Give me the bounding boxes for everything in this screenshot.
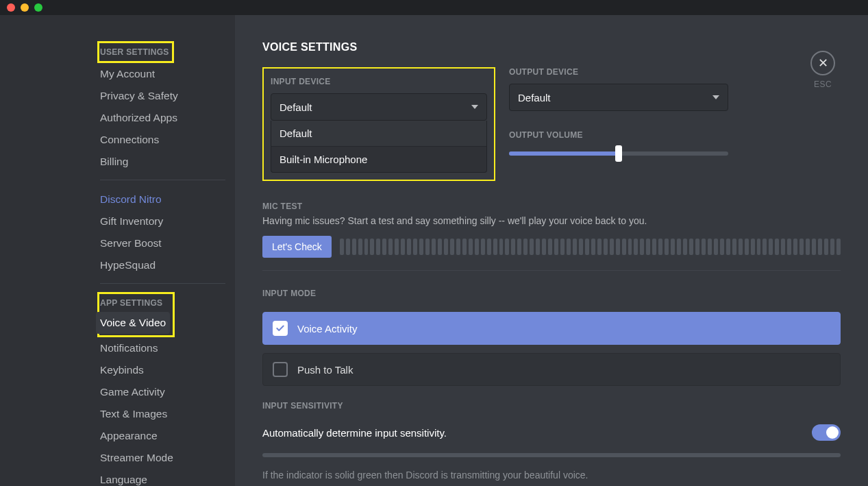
mic-meter-segment: [622, 239, 626, 255]
mic-meter-segment: [493, 239, 497, 255]
chevron-down-icon: [471, 105, 478, 109]
close-settings[interactable]: ✕ ESC: [810, 51, 835, 89]
mic-meter-segment: [511, 239, 515, 255]
sidebar-item-keybinds[interactable]: Keybinds: [100, 359, 225, 381]
sidebar-item-my-account[interactable]: My Account: [100, 63, 225, 85]
mic-meter-segment: [573, 239, 577, 255]
mic-meter-segment: [616, 239, 620, 255]
minimize-window-icon[interactable]: [21, 3, 29, 12]
mic-meter-segment: [671, 239, 675, 255]
sidebar-item-authorized-apps[interactable]: Authorized Apps: [100, 107, 225, 129]
sidebar-item-game-activity[interactable]: Game Activity: [100, 381, 225, 403]
mic-meter-segment: [487, 239, 491, 255]
mic-meter-segment: [481, 239, 485, 255]
mic-meter-segment: [836, 239, 841, 255]
mic-meter-segment: [395, 239, 399, 255]
mic-meter-segment: [419, 239, 423, 255]
auto-sensitivity-toggle[interactable]: [812, 424, 841, 441]
mic-meter-segment: [450, 239, 454, 255]
mic-meter-segment: [757, 239, 761, 255]
mic-meter-segment: [456, 239, 460, 255]
mic-meter-segment: [346, 239, 350, 255]
voice-settings-title: VOICE SETTINGS: [262, 41, 841, 53]
mic-meter-segment: [640, 239, 644, 255]
mic-meter-segment: [567, 239, 571, 255]
auto-sensitivity-text: Automatically determine input sensitivit…: [262, 427, 447, 439]
sidebar-item-hypesquad[interactable]: HypeSquad: [100, 254, 225, 276]
mic-meter-segment: [560, 239, 565, 255]
mic-meter-segment: [432, 239, 436, 255]
mic-meter-segment: [444, 239, 448, 255]
mic-test-label: MIC TEST: [262, 202, 841, 211]
mic-meter-segment: [708, 239, 712, 255]
mic-meter-segment: [364, 239, 369, 255]
push-to-talk-label: Push to Talk: [297, 364, 353, 376]
mic-meter-segment: [812, 239, 816, 255]
mic-meter-segment: [634, 239, 638, 255]
input-mode-push-to-talk[interactable]: Push to Talk: [262, 353, 841, 386]
sidebar-item-billing[interactable]: Billing: [100, 151, 225, 173]
checkbox-checked-icon: [273, 321, 288, 336]
close-window-icon[interactable]: [7, 3, 15, 12]
mic-meter-segment: [610, 239, 614, 255]
sidebar-item-privacy-safety[interactable]: Privacy & Safety: [100, 85, 225, 107]
mic-meter-segment: [475, 239, 479, 255]
mic-meter-segment: [388, 239, 393, 255]
checkbox-unchecked-icon: [273, 362, 288, 377]
mic-meter-segment: [745, 239, 749, 255]
mic-meter-segment: [830, 239, 834, 255]
highlight-input-device-dropdown: INPUT DEVICE Default Default Built-in Mi…: [262, 67, 495, 181]
mic-test-desc: Having mic issues? Start a test and say …: [262, 215, 841, 226]
mic-meter-segment: [658, 239, 662, 255]
sidebar-item-streamer-mode[interactable]: Streamer Mode: [100, 447, 225, 469]
input-device-dropdown-list: Default Built-in Microphone: [271, 121, 487, 173]
mic-meter-segment: [665, 239, 669, 255]
sidebar-item-connections[interactable]: Connections: [100, 129, 225, 151]
mic-meter-segment: [591, 239, 595, 255]
mic-meter-segment: [677, 239, 681, 255]
mic-meter-segment: [739, 239, 743, 255]
mic-meter-segment: [720, 239, 724, 255]
mic-meter-segment: [787, 239, 791, 255]
sidebar-item-gift-inventory[interactable]: Gift Inventory: [100, 210, 225, 232]
settings-content: ✕ ESC VOICE SETTINGS INPUT DEVICE Defaul…: [235, 15, 868, 486]
mic-meter-segment: [604, 239, 608, 255]
output-volume-slider[interactable]: [509, 147, 728, 160]
close-icon[interactable]: ✕: [810, 51, 835, 75]
sidebar-item-server-boost[interactable]: Server Boost: [100, 232, 225, 254]
mic-meter-segment: [799, 239, 804, 255]
mic-meter-segment: [775, 239, 779, 255]
input-device-option-builtin[interactable]: Built-in Microphone: [271, 146, 486, 172]
mic-meter-segment: [726, 239, 730, 255]
mic-meter-segment: [762, 239, 767, 255]
mic-meter-segment: [652, 239, 656, 255]
input-device-select[interactable]: Default: [271, 93, 487, 121]
mic-level-meter: [340, 239, 841, 255]
mic-meter-segment: [352, 239, 356, 255]
mic-meter-segment: [536, 239, 540, 255]
sidebar-item-notifications[interactable]: Notifications: [100, 337, 225, 359]
input-device-option-default[interactable]: Default: [271, 121, 486, 146]
input-mode-voice-activity[interactable]: Voice Activity: [262, 312, 841, 345]
mic-meter-segment: [523, 239, 528, 255]
sidebar-item-text-images[interactable]: Text & Images: [100, 403, 225, 425]
output-device-select[interactable]: Default: [509, 84, 728, 111]
output-volume-label: OUTPUT VOLUME: [509, 130, 728, 140]
sidebar-item-voice-video[interactable]: Voice & Video: [96, 312, 170, 334]
mac-titlebar: [0, 0, 868, 15]
mic-meter-segment: [554, 239, 558, 255]
sidebar-item-appearance[interactable]: Appearance: [100, 425, 225, 447]
mic-meter-segment: [542, 239, 546, 255]
mic-test-button[interactable]: Let's Check: [262, 236, 332, 258]
mic-meter-segment: [769, 239, 773, 255]
mic-meter-segment: [689, 239, 693, 255]
sidebar-item-discord-nitro[interactable]: Discord Nitro: [100, 189, 225, 210]
mic-meter-segment: [438, 239, 442, 255]
sidebar-item-language[interactable]: Language: [100, 469, 225, 486]
mic-meter-segment: [683, 239, 687, 255]
mic-meter-segment: [407, 239, 411, 255]
mic-meter-segment: [597, 239, 602, 255]
maximize-window-icon[interactable]: [34, 3, 42, 12]
mic-meter-segment: [806, 239, 810, 255]
mic-meter-segment: [579, 239, 583, 255]
